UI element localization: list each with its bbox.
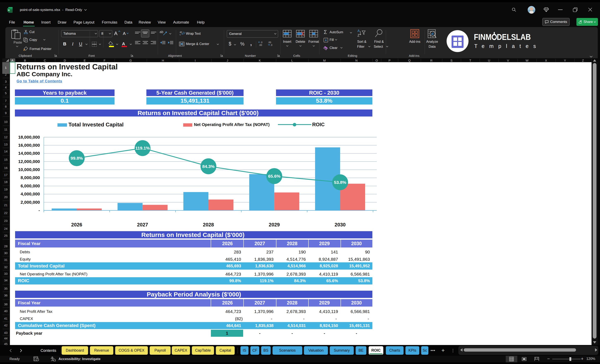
svg-text:2030: 2030 (335, 222, 346, 228)
svg-text:ab: ab (180, 31, 182, 33)
svg-text:2028: 2028 (203, 222, 214, 228)
svg-text:.00: .00 (268, 41, 271, 44)
svg-text:14,000,000: 14,000,000 (18, 151, 40, 155)
svg-text:2029: 2029 (269, 222, 280, 228)
svg-text:65.6%: 65.6% (268, 174, 281, 179)
svg-text:A: A (357, 29, 360, 33)
svg-text:.00: .00 (259, 44, 262, 46)
svg-text:2026: 2026 (71, 222, 82, 228)
svg-text:4,000,000: 4,000,000 (21, 191, 40, 196)
svg-text:84.3%: 84.3% (202, 164, 215, 169)
svg-text:119.1%: 119.1% (135, 146, 150, 150)
svg-text:8,000,000: 8,000,000 (21, 175, 40, 180)
svg-text:.0: .0 (261, 41, 262, 44)
svg-text:x: x (8, 9, 10, 12)
svg-text:2,000,000: 2,000,000 (21, 200, 40, 205)
svg-text:16,000,000: 16,000,000 (18, 143, 40, 147)
svg-text:99.8%: 99.8% (71, 156, 83, 161)
svg-text:Z: Z (357, 34, 360, 37)
svg-text:.0: .0 (271, 44, 272, 46)
svg-text:-: - (38, 208, 40, 213)
svg-text:c: c (180, 34, 181, 36)
svg-text:2027: 2027 (137, 222, 148, 228)
svg-text:10,000,000: 10,000,000 (18, 167, 40, 172)
svg-text:53.8%: 53.8% (334, 180, 346, 185)
svg-text:6,000,000: 6,000,000 (21, 183, 40, 188)
svg-text:12,000,000: 12,000,000 (18, 159, 40, 164)
svg-text:18,000,000: 18,000,000 (18, 135, 40, 139)
